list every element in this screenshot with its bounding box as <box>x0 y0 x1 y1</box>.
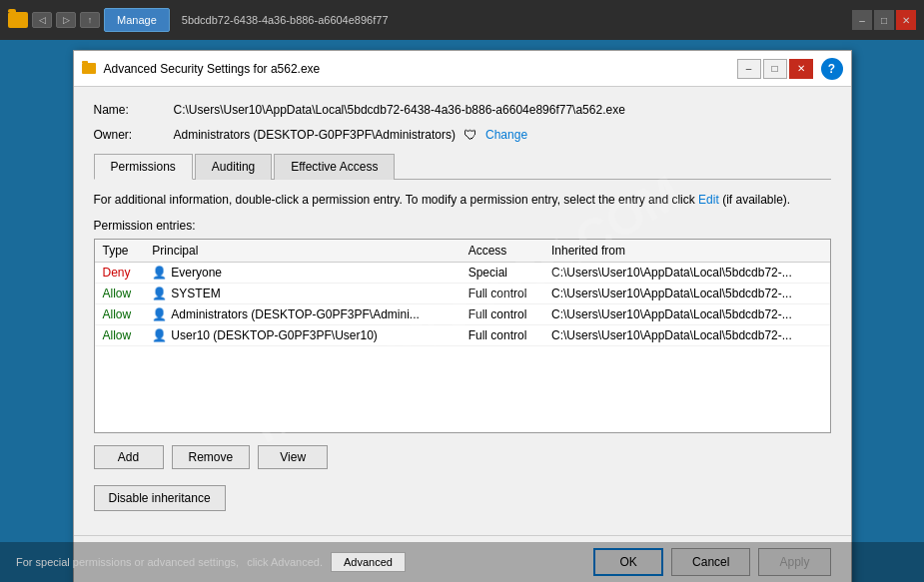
dialog-overlay: YANYSPYWARE.COM Advanced Security Settin… <box>0 40 924 582</box>
col-type: Type <box>95 240 145 263</box>
taskbar: ◁ ▷ ↑ Manage 5bdcdb72-6438-4a36-b886-a66… <box>0 0 924 40</box>
tab-permissions[interactable]: Permissions <box>94 154 193 180</box>
name-row: Name: C:\Users\User10\AppData\Local\5bdc… <box>94 103 831 117</box>
owner-text: Administrators (DESKTOP-G0PF3PF\Administ… <box>174 128 457 142</box>
table-row[interactable]: Deny 👤Everyone Special C:\Users\User10\A… <box>95 262 830 283</box>
view-button[interactable]: View <box>258 445 328 469</box>
cell-access: Full control <box>461 303 543 324</box>
add-button[interactable]: Add <box>94 445 164 469</box>
taskbar-close-btn[interactable]: ✕ <box>896 10 916 30</box>
bottom-click-text: click Advanced. <box>247 556 323 568</box>
taskbar-minimize-btn[interactable]: – <box>852 10 872 30</box>
bottom-info-text: For special permissions or advanced sett… <box>16 556 239 568</box>
cell-type: Allow <box>95 303 145 324</box>
up-btn[interactable]: ↑ <box>80 12 100 28</box>
cell-access: Full control <box>461 324 543 345</box>
disable-inheritance-button[interactable]: Disable inheritance <box>94 485 226 511</box>
cell-inherited-from: C:\Users\User10\AppData\Local\5bdcdb72-.… <box>543 283 830 303</box>
dialog-help-btn[interactable]: ? <box>821 58 843 80</box>
action-buttons: Add Remove View <box>94 445 831 469</box>
table-row[interactable]: Allow 👤Administrators (DESKTOP-G0PF3PF\A… <box>95 303 830 324</box>
dialog-close-btn[interactable]: ✕ <box>789 59 813 79</box>
tab-auditing[interactable]: Auditing <box>195 154 272 180</box>
taskbar-maximize-btn[interactable]: □ <box>874 10 894 30</box>
cell-inherited-from: C:\Users\User10\AppData\Local\5bdcdb72-.… <box>543 262 830 283</box>
perm-entries-label: Permission entries: <box>94 219 831 233</box>
cell-type: Deny <box>95 262 145 283</box>
manage-button[interactable]: Manage <box>104 8 170 32</box>
taskbar-path: 5bdcdb72-6438-4a36-b886-a6604e896f77 <box>182 14 389 26</box>
cell-access: Special <box>461 262 543 283</box>
info-text: For additional information, double-click… <box>94 192 831 209</box>
back-btn[interactable]: ◁ <box>32 12 52 28</box>
dialog-titlebar: Advanced Security Settings for a562.exe … <box>74 51 851 87</box>
name-value: C:\Users\User10\AppData\Local\5bdcdb72-6… <box>174 103 625 117</box>
edit-link[interactable]: Edit <box>698 193 719 207</box>
cell-type: Allow <box>95 324 145 345</box>
remove-button[interactable]: Remove <box>172 445 251 469</box>
owner-value: Administrators (DESKTOP-G0PF3PF\Administ… <box>174 127 528 143</box>
col-access: Access <box>461 240 543 263</box>
dialog-maximize-btn[interactable]: □ <box>763 59 787 79</box>
dialog-body: Name: C:\Users\User10\AppData\Local\5bdc… <box>74 87 851 527</box>
taskbar-controls: – □ ✕ <box>852 10 916 30</box>
cell-inherited-from: C:\Users\User10\AppData\Local\5bdcdb72-.… <box>543 324 830 345</box>
table-row[interactable]: Allow 👤User10 (DESKTOP-G0PF3PF\User10) F… <box>95 324 830 345</box>
forward-btn[interactable]: ▷ <box>56 12 76 28</box>
folder-icon <box>8 12 28 28</box>
owner-row: Owner: Administrators (DESKTOP-G0PF3PF\A… <box>94 127 831 143</box>
dialog-folder-icon <box>82 63 96 74</box>
cell-access: Full control <box>461 283 543 303</box>
dialog-minimize-btn[interactable]: – <box>737 59 761 79</box>
dialog-title: Advanced Security Settings for a562.exe <box>104 62 737 76</box>
cell-principal: 👤SYSTEM <box>144 283 460 303</box>
dialog-title-controls: – □ ✕ ? <box>737 58 843 80</box>
permission-table: Type Principal Access Inherited from Den… <box>95 240 830 346</box>
owner-label: Owner: <box>94 128 174 142</box>
tab-effective-access[interactable]: Effective Access <box>274 154 395 180</box>
permission-table-container[interactable]: Type Principal Access Inherited from Den… <box>94 239 831 433</box>
cell-principal: 👤Administrators (DESKTOP-G0PF3PF\Admini.… <box>144 303 460 324</box>
cell-principal: 👤User10 (DESKTOP-G0PF3PF\User10) <box>144 324 460 345</box>
advanced-security-dialog: Advanced Security Settings for a562.exe … <box>73 50 852 582</box>
bottom-strip: For special permissions or advanced sett… <box>0 542 924 582</box>
cell-principal: 👤Everyone <box>144 262 460 283</box>
advanced-button[interactable]: Advanced <box>331 552 406 572</box>
change-link[interactable]: Change <box>485 128 527 142</box>
cell-inherited-from: C:\Users\User10\AppData\Local\5bdcdb72-.… <box>543 303 830 324</box>
col-principal: Principal <box>144 240 460 263</box>
table-row[interactable]: Allow 👤SYSTEM Full control C:\Users\User… <box>95 283 830 303</box>
name-label: Name: <box>94 103 174 117</box>
shield-icon: 🛡 <box>463 127 477 143</box>
tabs-container: Permissions Auditing Effective Access <box>94 153 831 180</box>
cell-type: Allow <box>95 283 145 303</box>
col-inherited-from: Inherited from <box>543 240 830 263</box>
table-header-row: Type Principal Access Inherited from <box>95 240 830 263</box>
